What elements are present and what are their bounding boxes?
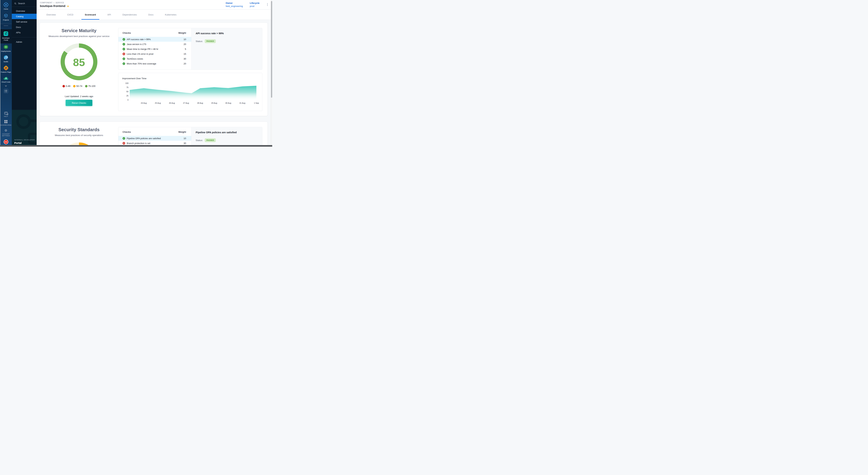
check-weight: 10 bbox=[184, 137, 186, 140]
avatar[interactable]: HM bbox=[4, 140, 8, 144]
sidebar-items-divider bbox=[12, 37, 37, 37]
check-status-row: Status:PASSED bbox=[196, 138, 258, 142]
check-row[interactable]: ✕Branch protection is set30 bbox=[118, 141, 191, 146]
rail-item-account-settings[interactable]: ⚙ACCOUNT SETTINGS bbox=[0, 127, 12, 138]
check-weight: 20 bbox=[184, 62, 186, 65]
weight-column-header: Weight bbox=[178, 32, 186, 34]
breadcrumb: COMPONENT — SERVICE bbox=[40, 2, 69, 4]
svg-text:$: $ bbox=[5, 77, 6, 80]
rail-item-projects[interactable]: Projects bbox=[0, 12, 12, 23]
x-axis-tick: 30 Aug bbox=[225, 102, 231, 104]
check-row[interactable]: ✓Mean time to merge PR < 48 hr5 bbox=[118, 47, 191, 52]
page-title: boutique-frontend bbox=[40, 4, 65, 8]
deployments-icon: ∞ bbox=[4, 45, 8, 49]
tab-dependencies[interactable]: Dependencies bbox=[119, 9, 140, 20]
x-axis-tick: 28 Aug bbox=[197, 102, 203, 104]
owner-link[interactable]: field_engineering bbox=[226, 5, 243, 7]
check-failed-icon: ✕ bbox=[123, 142, 125, 145]
module-picker-button[interactable] bbox=[4, 89, 8, 93]
tab-api[interactable]: API bbox=[104, 9, 115, 20]
sidebar: Search OverviewCatalogSelf serviceDocsAP… bbox=[12, 0, 37, 147]
legend-dot-icon bbox=[73, 85, 75, 87]
y-axis-tick: 50 bbox=[126, 91, 128, 93]
x-axis-tick: 26 Aug bbox=[169, 102, 175, 104]
vertical-scrollbar bbox=[271, 0, 272, 147]
scorecard-title: Service Maturity bbox=[62, 28, 96, 33]
vertical-scrollbar-thumb[interactable] bbox=[271, 1, 272, 98]
settings-gear-icon: ⚙ bbox=[4, 129, 7, 132]
checks-table-header: ChecksWeight bbox=[118, 127, 191, 136]
rail-resize-handle[interactable] bbox=[4, 26, 8, 26]
horizontal-scrollbar[interactable] bbox=[0, 145, 272, 147]
check-row[interactable]: ✓API success rate > 99%10 bbox=[118, 37, 191, 42]
tab-docs[interactable]: Docs bbox=[145, 9, 157, 20]
kebab-menu-icon[interactable] bbox=[267, 2, 269, 7]
y-axis-tick: 100 bbox=[125, 82, 128, 84]
check-weight: 10 bbox=[184, 38, 186, 41]
chevron-down-icon[interactable] bbox=[5, 86, 7, 87]
check-label: More than 70% test coverage bbox=[127, 62, 156, 65]
rail-item-label: ACCOUNT SETTINGS bbox=[0, 133, 11, 137]
rail-item-feature-flags[interactable]: Feature Flags bbox=[0, 64, 12, 75]
sidebar-item-docs[interactable]: Docs bbox=[12, 25, 37, 30]
tab-ci-cd[interactable]: CI/CD bbox=[64, 9, 77, 20]
check-passed-icon: ✓ bbox=[123, 38, 125, 41]
checks-panel: ChecksWeight✓Pipeline OPA policies are s… bbox=[118, 127, 262, 147]
check-status-row: Status:PASSED bbox=[196, 39, 258, 43]
projects-icon bbox=[4, 13, 8, 18]
check-detail-panel: API success rate > 99%Status:PASSED bbox=[191, 28, 262, 69]
rail-item-dashboards[interactable]: DASHBOARDS bbox=[0, 119, 12, 127]
x-axis-tick: 25 Aug bbox=[155, 102, 161, 104]
sidebar-item-catalog[interactable]: Catalog bbox=[12, 14, 37, 19]
check-weight: 20 bbox=[184, 43, 186, 46]
dashboards-icon bbox=[4, 120, 7, 123]
x-axis-tick: 24 Aug bbox=[141, 102, 147, 104]
check-passed-icon: ✓ bbox=[123, 48, 125, 50]
legend-label: 75-100 bbox=[88, 85, 95, 87]
rail-item-deployments[interactable]: ∞Deployments bbox=[0, 43, 12, 54]
check-passed-icon: ✓ bbox=[123, 43, 125, 46]
favorite-star-icon[interactable]: ★ bbox=[67, 5, 69, 7]
sidebar-item-apis[interactable]: APIs bbox=[12, 30, 37, 35]
score-value: 85 bbox=[73, 56, 85, 68]
legend-item: 75-100 bbox=[85, 85, 95, 87]
window-edge bbox=[0, 0, 0, 147]
check-row[interactable]: ✓Pipeline OPA policies are satisfied10 bbox=[118, 136, 191, 141]
check-row[interactable]: ✓TechDocs exists30 bbox=[118, 56, 191, 61]
sidebar-item-self-service[interactable]: Self service bbox=[12, 19, 37, 25]
check-weight: 5 bbox=[185, 48, 186, 50]
tab-scorecard[interactable]: Scorecard bbox=[82, 9, 99, 20]
gauge-legend: 0-4950-7475-100 bbox=[62, 85, 95, 87]
rail-item-help[interactable]: ?HELP bbox=[0, 111, 12, 119]
status-badge: PASSED bbox=[205, 138, 216, 142]
search-icon bbox=[14, 2, 17, 5]
rail-item-developer-portal[interactable]: Developer Portal bbox=[0, 29, 12, 43]
check-row[interactable]: ✓Java version is LTS20 bbox=[118, 42, 191, 47]
checks-table: ChecksWeight✓Pipeline OPA policies are s… bbox=[118, 127, 191, 147]
search-label: Search bbox=[18, 2, 25, 5]
builds-icon bbox=[4, 55, 8, 60]
sidebar-item-admin[interactable]: Admin bbox=[12, 39, 37, 44]
legend-label: 50-74 bbox=[76, 85, 82, 87]
tab-overview[interactable]: Overview bbox=[43, 9, 59, 20]
check-weight: 30 bbox=[184, 142, 186, 145]
sidebar-footer-eyebrow: INTERNAL DEVELOPER bbox=[14, 139, 35, 141]
rerun-checks-button[interactable]: Rerun Checks bbox=[66, 100, 92, 106]
check-row[interactable]: ✕Less than 1% error in prod15 bbox=[118, 52, 191, 56]
rail-item-label: Deployments bbox=[1, 50, 10, 52]
rail-item-home[interactable]: Home bbox=[0, 1, 12, 12]
check-detail-title: API success rate > 99% bbox=[196, 32, 258, 35]
check-passed-icon: ✓ bbox=[123, 58, 125, 60]
status-label: Status: bbox=[196, 40, 203, 42]
sidebar-item-overview[interactable]: Overview bbox=[12, 8, 37, 14]
rail-item-cloud-costs[interactable]: $Cloud Costs bbox=[0, 75, 12, 85]
checks-table-header: ChecksWeight bbox=[118, 28, 191, 37]
sidebar-search[interactable]: Search bbox=[12, 0, 37, 7]
check-row[interactable]: ✓More than 70% test coverage20 bbox=[118, 61, 191, 66]
rail-item-builds[interactable]: Builds bbox=[0, 54, 12, 64]
help-icon: ? bbox=[4, 112, 8, 115]
status-label: Status: bbox=[196, 139, 203, 142]
tab-kubernetes[interactable]: Kubernetes bbox=[161, 9, 180, 20]
page-header: COMPONENT — SERVICE boutique-frontend ★ … bbox=[37, 0, 272, 9]
sidebar-footer-title: Portal bbox=[14, 142, 35, 144]
